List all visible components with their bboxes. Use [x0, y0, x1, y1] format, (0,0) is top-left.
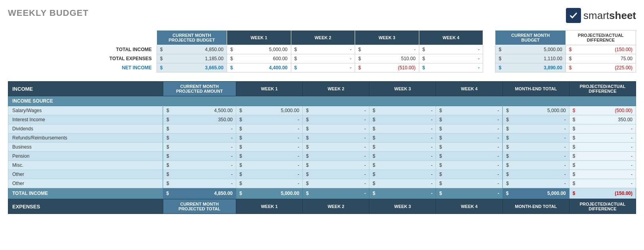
income-row-month-end-1: $-	[503, 115, 569, 124]
income-row-w2-2: $-	[303, 124, 369, 134]
income-row-w2-3: $-	[303, 134, 369, 143]
income-col-w1: WEEK 1	[236, 82, 303, 96]
summary-cell-w2-0: $-	[291, 45, 355, 54]
summary-cell-diff-2: $(225.00)	[566, 63, 636, 73]
income-row-diff-1: $350.00	[569, 115, 636, 124]
income-row-curr-7: $-	[163, 170, 236, 179]
income-row-w3-0: $-	[369, 106, 436, 115]
logo: smartsheet	[566, 8, 636, 23]
income-row-w4-8: $-	[436, 179, 503, 188]
income-row-w2-5: $-	[303, 152, 369, 161]
income-row-w3-5: $-	[369, 152, 436, 161]
income-row-w4-6: $-	[436, 161, 503, 170]
income-col-w3: WEEK 3	[369, 82, 436, 96]
expenses-col-curr: CURRENT MONTHPROJECTED TOTAL	[163, 199, 236, 214]
income-row-w4-5: $-	[436, 152, 503, 161]
income-row-w1-2: $-	[236, 124, 303, 134]
income-row-w1-7: $-	[236, 170, 303, 179]
expenses-col-w3: WEEK 3	[369, 199, 436, 214]
income-total-w4: $-	[436, 188, 503, 199]
income-row-curr-1: $350.00	[163, 115, 236, 124]
income-row-diff-0: $(500.00)	[569, 106, 636, 115]
income-row-diff-2: $-	[569, 124, 636, 134]
summary-cell-w3-0: $-	[355, 45, 419, 54]
income-row-curr-4: $-	[163, 143, 236, 152]
summary-hdr-w3: WEEK 3	[355, 31, 419, 45]
income-row-7: Other $- $- $- $- $- $- $-	[8, 170, 636, 179]
summary-cell-proj-0: $4,850.00	[157, 45, 227, 54]
income-row-month-end-2: $-	[503, 124, 569, 134]
income-row-w4-7: $-	[436, 170, 503, 179]
summary-row-label-1: TOTAL EXPENSES	[8, 54, 157, 63]
income-row-month-end-4: $-	[503, 143, 569, 152]
income-row-diff-8: $-	[569, 179, 636, 188]
income-row-curr-3: $-	[163, 134, 236, 143]
income-row-w1-8: $-	[236, 179, 303, 188]
summary-row-1: TOTAL EXPENSES $1,185.00 $600.00 $- $510…	[8, 54, 636, 63]
income-row-w4-2: $-	[436, 124, 503, 134]
summary-row-2: NET INCOME $3,665.00 $4,400.00 $- $(510.…	[8, 63, 636, 73]
income-row-w2-6: $-	[303, 161, 369, 170]
expenses-col-name: EXPENSES	[8, 199, 163, 214]
logo-check-icon	[566, 8, 581, 23]
income-row-w3-6: $-	[369, 161, 436, 170]
income-row-curr-8: $-	[163, 179, 236, 188]
income-total-diff: $(150.00)	[569, 188, 636, 199]
income-row-diff-7: $-	[569, 170, 636, 179]
income-col-diff: PROJECTED/ACTUALDIFFERENCE	[569, 82, 636, 96]
income-row-diff-4: $-	[569, 143, 636, 152]
income-row-name-2: Dividends	[8, 124, 163, 134]
income-row-diff-5: $-	[569, 152, 636, 161]
summary-cell-w4-1: $-	[419, 54, 483, 63]
income-row-w1-4: $-	[236, 143, 303, 152]
expenses-col-month-end: MONTH-END TOTAL	[503, 199, 569, 214]
income-col-name: INCOME	[8, 82, 163, 96]
summary-cell-curr-0: $5,000.00	[495, 45, 566, 54]
income-row-month-end-7: $-	[503, 170, 569, 179]
income-row-w2-7: $-	[303, 170, 369, 179]
expenses-table-wrap: EXPENSES CURRENT MONTHPROJECTED TOTAL WE…	[8, 199, 636, 214]
income-row-name-3: Refunds/Reimbursements	[8, 134, 163, 143]
summary-cell-proj-2: $3,665.00	[157, 63, 227, 73]
summary-row-label-0: TOTAL INCOME	[8, 45, 157, 54]
income-total-month-end: $5,000.00	[503, 188, 569, 199]
summary-hdr-w1: WEEK 1	[227, 31, 291, 45]
logo-text: smartsheet	[583, 10, 636, 22]
income-total-w1: $5,000.00	[236, 188, 303, 199]
summary-cell-w4-2: $-	[419, 63, 483, 73]
summary-cell-diff-0: $(150.00)	[566, 45, 636, 54]
income-row-5: Pension $- $- $- $- $- $- $-	[8, 152, 636, 161]
income-row-w3-1: $-	[369, 115, 436, 124]
income-row-month-end-8: $-	[503, 179, 569, 188]
summary-cell-w3-2: $(510.00)	[355, 63, 419, 73]
income-row-month-end-3: $-	[503, 134, 569, 143]
income-col-w2: WEEK 2	[303, 82, 369, 96]
summary-hdr-diff: PROJECTED/ACTUALDIFFERENCE	[566, 31, 636, 45]
summary-hdr-curr: CURRENT MONTHBUDGET	[495, 31, 566, 45]
income-row-name-6: Misc.	[8, 161, 163, 170]
income-row-w1-6: $-	[236, 161, 303, 170]
income-total-w2: $-	[303, 188, 369, 199]
summary-cell-w1-0: $5,000.00	[227, 45, 291, 54]
summary-cell-w2-2: $-	[291, 63, 355, 73]
income-row-curr-2: $-	[163, 124, 236, 134]
income-col-w4: WEEK 4	[436, 82, 503, 96]
expenses-header-row: EXPENSES CURRENT MONTHPROJECTED TOTAL WE…	[8, 199, 636, 214]
summary-cell-w1-2: $4,400.00	[227, 63, 291, 73]
income-row-w2-8: $-	[303, 179, 369, 188]
income-row-w3-8: $-	[369, 179, 436, 188]
summary-cell-w3-1: $510.00	[355, 54, 419, 63]
income-row-6: Misc. $- $- $- $- $- $- $-	[8, 161, 636, 170]
expenses-col-w2: WEEK 2	[303, 199, 369, 214]
income-row-w4-1: $-	[436, 115, 503, 124]
income-row-curr-0: $4,500.00	[163, 106, 236, 115]
header: WEEKLY BUDGET smartsheet	[8, 8, 636, 23]
income-total-curr: $4,850.00	[163, 188, 236, 199]
income-row-curr-5: $-	[163, 152, 236, 161]
summary-row-0: TOTAL INCOME $4,850.00 $5,000.00 $- $- $…	[8, 45, 636, 54]
summary-cell-w2-1: $-	[291, 54, 355, 63]
income-row-w4-3: $-	[436, 134, 503, 143]
income-row-w3-7: $-	[369, 170, 436, 179]
income-row-name-1: Interest Income	[8, 115, 163, 124]
income-row-w4-4: $-	[436, 143, 503, 152]
